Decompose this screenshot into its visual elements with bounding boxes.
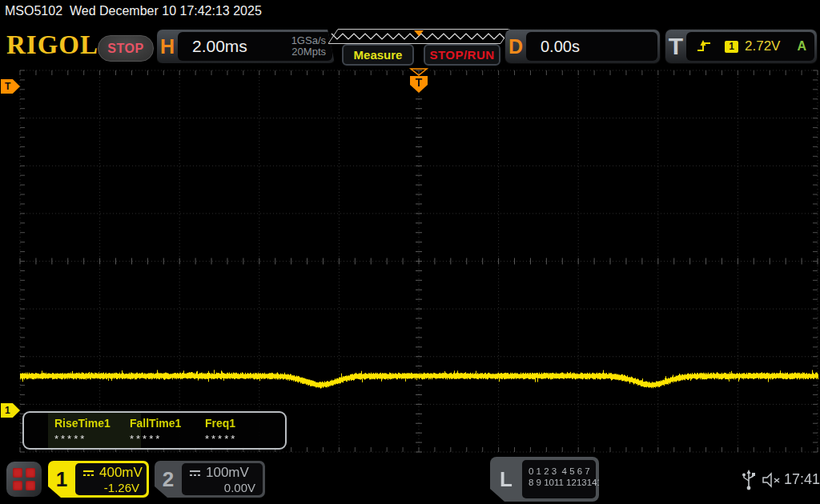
channel2-panel[interactable]: 2 100mV 0.00V [155, 461, 265, 498]
measurement-item[interactable]: RiseTime1 ***** [54, 417, 131, 445]
channel2-offset: 0.00V [182, 481, 263, 494]
quad-grid-icon [13, 468, 35, 490]
dc-coupling-icon [82, 469, 95, 478]
dc-coupling-icon [188, 469, 202, 478]
usb-icon [741, 468, 757, 490]
measurement-value: ***** [130, 433, 206, 445]
measurement-item[interactable]: FallTime1 ***** [130, 417, 206, 445]
channel1-offset: -1.26V [75, 481, 147, 494]
speaker-muted-icon [761, 472, 783, 488]
logic-channel-list: 0 1 2 3 4 5 6 7 8 9 1011 12131415 [522, 460, 596, 498]
channel1-scale: 400mV [99, 465, 143, 481]
channel1-body: 400mV -1.26V [75, 463, 147, 495]
logic-row-2: 8 9 1011 12131415 [529, 477, 596, 488]
measurement-value: ***** [54, 433, 131, 445]
logic-row-1: 0 1 2 3 4 5 6 7 [529, 466, 596, 477]
measurement-value: ***** [205, 433, 281, 445]
measurement-label: RiseTime1 [54, 417, 131, 430]
measurement-item[interactable]: Freq1 ***** [205, 417, 281, 445]
channel2-scale: 100mV [206, 465, 249, 481]
oscilloscope-screen: MSO5102 Wed December 10 17:42:13 2025 RI… [0, 0, 820, 504]
trigger-position-letter: T [416, 76, 423, 89]
trigger-position-marker[interactable]: T [407, 67, 432, 96]
status-clock: 17:41 [784, 471, 820, 488]
channel2-body: 100mV 0.00V [182, 463, 263, 495]
measurement-results-box[interactable]: RiseTime1 ***** FallTime1 ***** Freq1 **… [22, 411, 287, 450]
measurement-label: Freq1 [205, 417, 281, 430]
channel1-panel[interactable]: 1 400mV -1.26V [48, 461, 149, 498]
measurement-label: FallTime1 [130, 417, 206, 430]
logic-channels-panel[interactable]: L 0 1 2 3 4 5 6 7 8 9 1011 12131415 [490, 457, 599, 502]
channel-grid-button[interactable] [6, 462, 42, 497]
